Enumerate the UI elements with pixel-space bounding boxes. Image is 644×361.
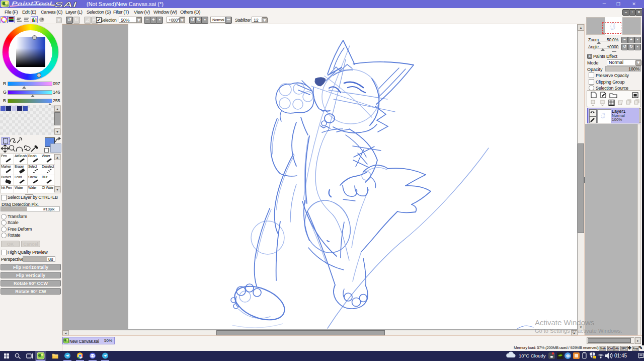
svg-text:!: ! (594, 356, 594, 359)
svg-text:SAI: SAI (54, 0, 77, 8)
svg-text:01:45: 01:45 (614, 353, 627, 358)
svg-text:PaintTool: PaintTool (12, 1, 52, 7)
svg-text:10°C Cloudy: 10°C Cloudy (519, 353, 546, 358)
